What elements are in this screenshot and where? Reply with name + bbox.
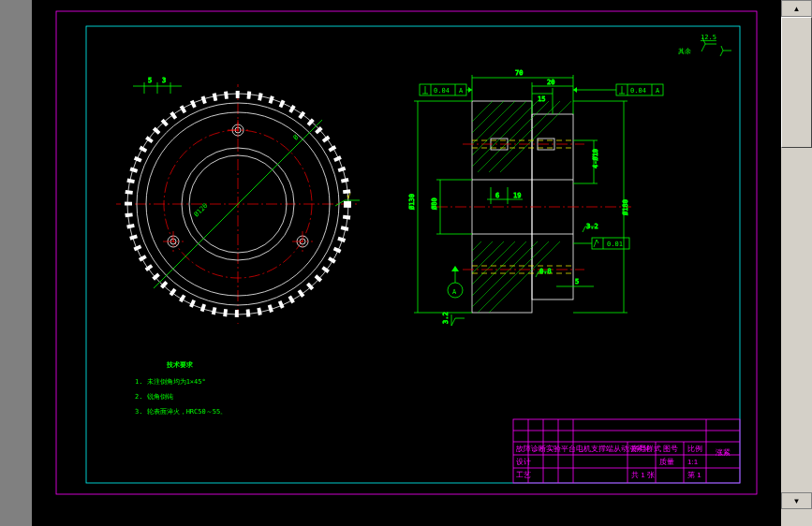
svg-text:5: 5	[148, 77, 152, 84]
svg-text:Ø80: Ø80	[431, 197, 438, 210]
chevron-up-icon: ▲	[793, 5, 801, 13]
cad-drawing-svg: 其余 12.5	[32, 0, 781, 526]
svg-line-28	[463, 11, 594, 142]
sec-bottom-dims: 0.8 5 3.2	[442, 268, 594, 326]
svg-text:0.04: 0.04	[434, 87, 450, 95]
svg-text:0.04: 0.04	[630, 87, 646, 95]
svg-text:A: A	[452, 288, 457, 296]
tb-r3c4: 第 1	[687, 471, 701, 479]
svg-text:15: 15	[538, 95, 545, 103]
svg-text:70: 70	[515, 69, 523, 77]
gdt-runout: 0.01	[573, 238, 629, 249]
sec-top-dims: 70 20 15	[472, 69, 573, 114]
surface-label: 其余	[678, 48, 691, 55]
svg-line-39	[463, 129, 594, 260]
svg-text:5: 5	[575, 278, 579, 285]
scroll-thumb[interactable]	[781, 17, 812, 148]
svg-line-29	[463, 0, 594, 131]
svg-line-25	[463, 45, 594, 176]
scroll-down-button[interactable]: ▼	[781, 492, 812, 509]
viewport: 其余 12.5	[0, 0, 812, 526]
svg-line-33	[463, 197, 594, 328]
vertical-scrollbar[interactable]: ▲ ▼	[781, 0, 812, 526]
tech-item-2: 2. 锐角倒钝	[135, 393, 173, 401]
tb-part: 涨紧	[716, 448, 731, 457]
tech-title: 技术要求	[166, 361, 194, 369]
svg-text:Ø180: Ø180	[622, 199, 629, 215]
svg-line-38	[463, 140, 594, 271]
perpendicularity-icon	[619, 86, 625, 94]
svg-line-27	[463, 22, 594, 153]
svg-line-24	[463, 56, 594, 187]
tech-requirements: 技术要求 1. 未注倒角均为1×45° 2. 锐角倒钝 3. 轮表面淬火，HRC…	[135, 361, 227, 416]
surface-value: 12.5	[701, 34, 716, 41]
surface-finish-note: 其余 12.5	[678, 34, 731, 56]
tb-r3c1: 工艺	[516, 471, 531, 479]
scroll-up-button[interactable]: ▲	[781, 0, 812, 17]
svg-text:20: 20	[547, 79, 554, 86]
svg-text:0.01: 0.01	[607, 241, 623, 248]
svg-line-30	[463, 67, 594, 198]
sec-hatch-upper	[463, 0, 594, 210]
datum-a: A	[448, 266, 463, 298]
tb-r2c4: 1:1	[687, 458, 699, 466]
gear-bore-text: Ø120	[193, 202, 210, 219]
svg-text:4-Ø10: 4-Ø10	[592, 149, 599, 168]
svg-text:A: A	[656, 87, 660, 95]
gdt-left: 0.04 A	[420, 84, 472, 95]
svg-text:Ø130: Ø130	[408, 194, 416, 210]
svg-line-34	[463, 185, 594, 316]
svg-text:3: 3	[162, 77, 166, 84]
gear-top-dims: 5 3	[133, 77, 182, 94]
gear-diam-text: Ø	[292, 131, 303, 142]
svg-line-36	[463, 163, 594, 294]
svg-text:3.2: 3.2	[442, 312, 450, 324]
gdt-right: 0.04 A	[573, 84, 663, 95]
svg-text:6: 6	[495, 192, 499, 199]
tb-r3c3: 共 1 张	[631, 471, 655, 479]
tb-r1c3: 序号样式 图号	[631, 445, 678, 453]
svg-line-35	[463, 174, 594, 305]
perpendicularity-icon	[422, 86, 428, 94]
svg-line-26	[463, 34, 594, 165]
runout-icon	[594, 240, 598, 247]
svg-text:√: √	[347, 193, 351, 200]
tech-item-1: 1. 未注倒角均为1×45°	[135, 378, 206, 386]
chevron-down-icon: ▼	[793, 497, 801, 505]
sec-center-dims: 6 19	[487, 187, 523, 204]
drawing-area[interactable]: 其余 12.5	[32, 0, 781, 526]
svg-text:A: A	[459, 87, 464, 95]
tech-item-3: 3. 轮表面淬火，HRC50～55。	[135, 408, 227, 416]
svg-line-37	[463, 152, 594, 283]
section-view: 70 20 15 0.04 A	[408, 0, 663, 339]
svg-text:19: 19	[513, 192, 521, 199]
surface-triangle-icon-small	[720, 46, 731, 56]
tb-r2c1: 设计	[516, 458, 531, 466]
tb-r2c3: 质量	[659, 458, 674, 466]
gear-front-view: Ø Ø120 5 3 √	[116, 77, 360, 324]
title-block: 故障诊断实验平台电机支撑端从动涨紧轮 序号样式 图号 比例 涨紧 设计 质量 1…	[513, 419, 740, 483]
tb-r1c4: 比例	[687, 445, 702, 453]
